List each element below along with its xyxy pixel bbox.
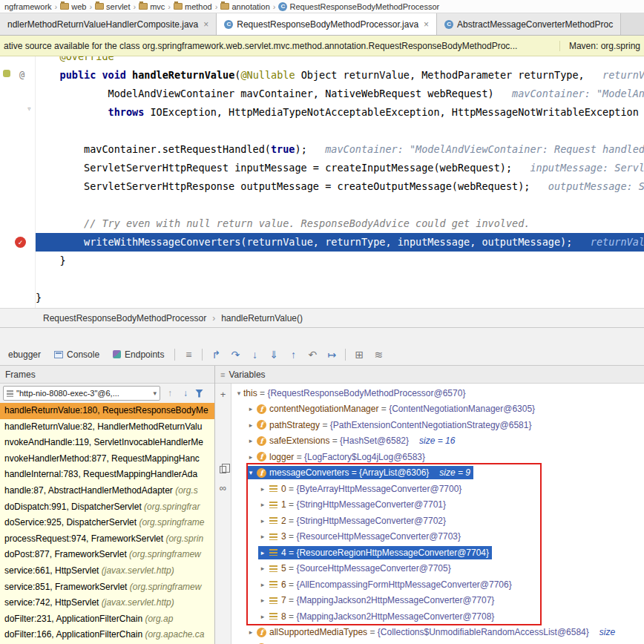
- breakpoint-icon[interactable]: [15, 237, 26, 248]
- expander-icon[interactable]: ▸: [246, 405, 255, 413]
- frame-row[interactable]: doService:925, DispatcherServlet (org.sp…: [0, 515, 214, 531]
- expander-icon[interactable]: ▸: [258, 613, 267, 620]
- code-editor[interactable]: @Override public void handleReturnValue(…: [0, 56, 644, 308]
- close-icon[interactable]: ×: [424, 19, 429, 30]
- variable-row[interactable]: ▾fmessageConverters = {ArrayList@6306}si…: [231, 465, 644, 482]
- breadcrumb-item[interactable]: annotation: [219, 2, 271, 11]
- expander-icon[interactable]: ▾: [246, 469, 255, 476]
- drop-frame-icon[interactable]: ↶: [303, 344, 322, 365]
- view-breakpoints-icon[interactable]: ⊞: [349, 344, 369, 365]
- copy-stack-icon[interactable]: [217, 464, 229, 476]
- force-step-into-icon[interactable]: ⇓: [264, 344, 283, 365]
- frame-row[interactable]: doFilter:166, ApplicationFilterChain (or…: [0, 627, 214, 643]
- filter-frames-icon[interactable]: [195, 390, 203, 398]
- variable-row[interactable]: ▸5 = {SourceHttpMessageConverter@7705}: [231, 561, 644, 577]
- variable-row[interactable]: ▸7 = {MappingJackson2HttpMessageConverte…: [231, 593, 644, 609]
- mute-breakpoints-icon[interactable]: ≋: [369, 344, 388, 365]
- expander-icon[interactable]: ▸: [258, 533, 267, 540]
- show-execution-point-icon[interactable]: ↱: [206, 344, 226, 365]
- breadcrumb-item[interactable]: web: [59, 2, 88, 11]
- code-line[interactable]: mavContainer.setRequestHandled(true); ma…: [36, 140, 644, 159]
- expander-icon[interactable]: ▸: [246, 453, 255, 461]
- expander-icon[interactable]: ▸: [258, 517, 267, 525]
- code-line[interactable]: writeWithMessageConverters(returnValue, …: [36, 233, 644, 252]
- frame-row[interactable]: service:851, FrameworkServlet (org.sprin…: [0, 579, 214, 596]
- breadcrumb-item[interactable]: RequestResponseBodyMethodProcessor: [43, 313, 206, 323]
- expander-icon[interactable]: ▸: [258, 581, 267, 588]
- frame-row[interactable]: service:742, HttpServlet (javax.servlet.…: [0, 595, 214, 611]
- step-out-icon[interactable]: ↑: [283, 344, 303, 365]
- code-line[interactable]: throws IOException, HttpMediaTypeNotAcce…: [36, 103, 644, 122]
- code-line[interactable]: [36, 196, 644, 214]
- breadcrumb-item[interactable]: CRequestResponseBodyMethodProcessor: [277, 2, 441, 11]
- frame-row[interactable]: handleReturnValue:82, HandlerMethodRetur…: [0, 419, 214, 436]
- variable-row[interactable]: ▸fcontentNegotiationManager = {ContentNe…: [231, 401, 644, 418]
- frame-row[interactable]: nvokeHandlerMethod:877, RequestMappingHa…: [0, 451, 214, 467]
- variable-row[interactable]: ▸fpathStrategy = {PathExtensionContentNe…: [231, 417, 644, 433]
- frame-row[interactable]: handleInternal:783, RequestMappingHandle…: [0, 467, 214, 483]
- expander-icon[interactable]: ▸: [246, 421, 255, 429]
- expander-icon[interactable]: ▸: [258, 501, 267, 508]
- frame-row[interactable]: doFilter:231, ApplicationFilterChain (or…: [0, 611, 214, 628]
- expander-icon[interactable]: ▾: [234, 390, 243, 397]
- code-line[interactable]: }: [36, 252, 644, 270]
- expander-icon[interactable]: ▸: [246, 437, 255, 444]
- debug-tab-ebugger[interactable]: ebugger: [1, 344, 47, 365]
- expander-icon[interactable]: ▸: [258, 597, 267, 604]
- debug-tab-console[interactable]: Console: [47, 344, 106, 365]
- breadcrumb-item[interactable]: method: [172, 2, 214, 11]
- breadcrumb-item[interactable]: ngframework: [3, 2, 53, 11]
- expander-icon[interactable]: ▸: [246, 628, 255, 636]
- frame-row[interactable]: handleReturnValue:180, RequestResponseBo…: [0, 403, 214, 419]
- banner-maven-link[interactable]: Maven: org.spring: [559, 41, 640, 51]
- expander-icon[interactable]: ▸: [258, 485, 267, 493]
- code-line[interactable]: public void handleReturnValue(@Nullable …: [36, 66, 644, 85]
- next-frame-icon[interactable]: [180, 388, 191, 398]
- expander-icon[interactable]: ▸: [258, 549, 267, 556]
- code-line[interactable]: ServletServerHttpResponse outputMessage …: [36, 177, 644, 196]
- thread-selector[interactable]: "http-nio-8080-exec-3"@6,...: [3, 386, 160, 401]
- previous-frame-icon[interactable]: [164, 388, 176, 398]
- editor-tab[interactable]: ndlerMethodReturnValueHandlerComposite.j…: [0, 13, 217, 35]
- variable-row[interactable]: ▸1 = {StringHttpMessageConverter@7701}: [231, 497, 644, 513]
- run-to-cursor-icon[interactable]: ↦: [322, 344, 341, 365]
- frame-row[interactable]: handle:87, AbstractHandlerMethodAdapter …: [0, 483, 214, 499]
- code-line[interactable]: }: [36, 289, 644, 307]
- close-icon[interactable]: ×: [203, 19, 208, 30]
- restore-layout-icon[interactable]: ≡: [179, 344, 198, 365]
- add-watch-icon[interactable]: +: [217, 388, 229, 400]
- frame-row[interactable]: processRequest:974, FrameworkServlet (or…: [0, 531, 214, 548]
- variable-row[interactable]: ▸fallSupportedMediaTypes = {Collections$…: [231, 625, 644, 641]
- fold-arrow-icon[interactable]: [27, 104, 32, 114]
- breadcrumb-item[interactable]: mvc: [137, 2, 166, 11]
- expander-icon[interactable]: ▸: [258, 565, 267, 572]
- variable-row[interactable]: ▾this = {RequestResponseBodyMethodProces…: [231, 385, 644, 401]
- breadcrumb-item[interactable]: handleReturnValue(): [221, 313, 303, 323]
- frame-row[interactable]: nvokeAndHandle:119, ServletInvocableHand…: [0, 435, 214, 451]
- code-line[interactable]: ModelAndViewContainer mavContainer, Nati…: [36, 85, 644, 103]
- editor-tab[interactable]: CAbstractMessageConverterMethodProc: [437, 13, 621, 35]
- debug-tab-endpoints[interactable]: Endpoints: [106, 344, 171, 365]
- variable-row[interactable]: ▸4 = {ResourceRegionHttpMessageConverter…: [231, 545, 644, 561]
- code-line[interactable]: [36, 122, 644, 140]
- step-over-icon[interactable]: ↷: [226, 344, 245, 365]
- code-line[interactable]: @Override: [36, 56, 644, 66]
- code-line[interactable]: [36, 270, 644, 289]
- variable-row[interactable]: ▸0 = {ByteArrayHttpMessageConverter@7700…: [231, 481, 644, 497]
- frame-row[interactable]: doDispatch:991, DispatcherServlet (org.s…: [0, 499, 214, 516]
- step-into-icon[interactable]: ↓: [245, 344, 264, 365]
- variable-row[interactable]: ▸2 = {StringHttpMessageConverter@7702}: [231, 513, 644, 529]
- evaluate-expression-icon[interactable]: ∞: [217, 482, 229, 493]
- breadcrumb-item[interactable]: servlet: [93, 2, 131, 11]
- variable-row[interactable]: ▸flogger = {LogFactory$Log4jLog@6583}: [231, 449, 644, 465]
- frame-row[interactable]: service:661, HttpServlet (javax.servlet.…: [0, 563, 214, 579]
- variable-row[interactable]: ▸fsafeExtensions = {HashSet@6582}size = …: [231, 433, 644, 450]
- variable-row[interactable]: ▸3 = {ResourceHttpMessageConverter@7703}: [231, 529, 644, 545]
- variable-row[interactable]: ▸8 = {MappingJackson2HttpMessageConverte…: [231, 608, 644, 625]
- code-line[interactable]: ServletServerHttpRequest inputMessage = …: [36, 159, 644, 177]
- variable-row[interactable]: ▸fadvice = {RequestResponseBodyAdviceCha…: [231, 640, 644, 644]
- variable-row[interactable]: ▸6 = {AllEncompassingFormHttpMessageConv…: [231, 576, 644, 593]
- code-line[interactable]: // Try even with null return value. Resp…: [36, 214, 644, 233]
- editor-tab[interactable]: CRequestResponseBodyMethodProcessor.java…: [217, 13, 437, 35]
- frame-row[interactable]: doPost:877, FrameworkServlet (org.spring…: [0, 547, 214, 563]
